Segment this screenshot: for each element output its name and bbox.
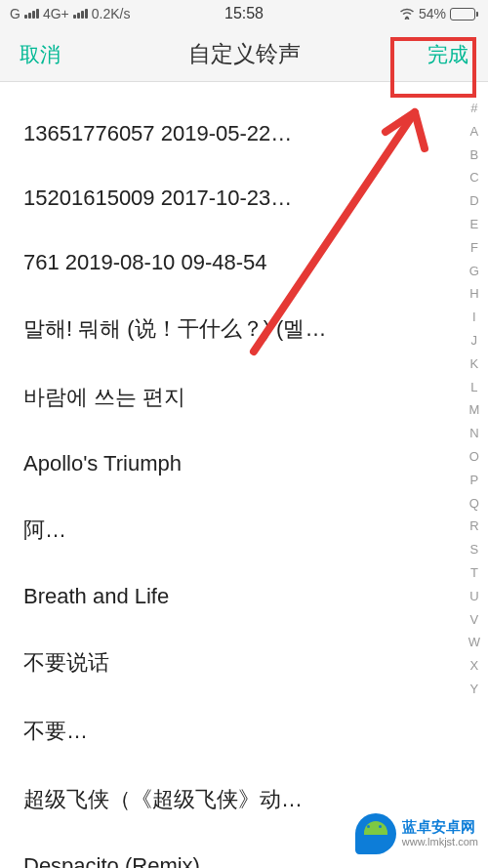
watermark-title: 蓝卓安卓网	[402, 818, 478, 836]
index-letter[interactable]: U	[466, 586, 482, 608]
index-letter[interactable]: P	[467, 470, 483, 492]
index-letter[interactable]: Q	[466, 493, 483, 516]
index-letter[interactable]: B	[467, 145, 483, 167]
watermark-url: www.lmkjst.com	[402, 836, 478, 848]
index-letter[interactable]: I	[468, 307, 480, 329]
status-bar: G 4G+ 0.2K/s 15:58 54%	[0, 0, 488, 27]
watermark: 蓝卓安卓网 www.lmkjst.com	[355, 813, 478, 854]
cancel-button[interactable]: 取消	[20, 41, 61, 68]
list-item[interactable]: 13651776057 2019-05-22…	[0, 102, 429, 166]
index-letter[interactable]: A	[467, 121, 483, 144]
index-letter[interactable]: D	[466, 190, 482, 213]
index-letter[interactable]: K	[467, 353, 483, 376]
battery-percent: 54%	[419, 6, 446, 21]
index-letter[interactable]: G	[466, 261, 483, 283]
index-letter[interactable]: #	[467, 98, 481, 120]
index-letter[interactable]: N	[466, 423, 482, 445]
list-item[interactable]: 15201615009 2017-10-23…	[0, 166, 429, 230]
index-letter[interactable]: T	[467, 562, 482, 585]
index-letter[interactable]: V	[467, 609, 483, 632]
alphabet-index[interactable]: # A B C D E F G H I J K L M N O P Q R S …	[465, 98, 484, 701]
battery-icon	[450, 8, 478, 21]
carrier-label: G	[10, 6, 20, 21]
list-item[interactable]: Breath and Life	[0, 564, 429, 629]
index-letter[interactable]: E	[467, 214, 483, 236]
index-letter[interactable]: X	[467, 655, 483, 678]
index-letter[interactable]: C	[466, 167, 482, 189]
index-letter[interactable]: L	[467, 377, 481, 399]
nav-bar: 取消 自定义铃声 完成	[0, 27, 488, 82]
page-title: 自定义铃声	[188, 39, 301, 69]
index-letter[interactable]: F	[467, 237, 482, 260]
svg-point-0	[405, 17, 408, 20]
index-letter[interactable]: M	[465, 399, 483, 422]
wifi-icon	[399, 8, 415, 20]
status-right: 54%	[399, 6, 478, 21]
list-item[interactable]: 바람에 쓰는 편지	[0, 363, 429, 432]
index-letter[interactable]: O	[466, 446, 483, 469]
network-type: 4G+	[43, 6, 69, 21]
index-letter[interactable]: S	[467, 539, 483, 561]
index-letter[interactable]: W	[465, 632, 484, 654]
watermark-text: 蓝卓安卓网 www.lmkjst.com	[402, 818, 478, 848]
signal-bars-icon	[24, 9, 39, 19]
watermark-logo-icon	[355, 813, 396, 854]
list-item[interactable]: 말해! 뭐해 (说！干什么？) (멜…	[0, 295, 429, 363]
song-list[interactable]: 13651776057 2019-05-22… 15201615009 2017…	[0, 82, 488, 868]
status-left: G 4G+ 0.2K/s	[10, 6, 130, 21]
signal-bars-icon-2	[73, 9, 88, 19]
index-letter[interactable]: H	[466, 283, 482, 306]
list-item[interactable]: 阿…	[0, 496, 429, 564]
list-item[interactable]: 不要说话	[0, 629, 429, 697]
done-button[interactable]: 完成	[427, 41, 468, 68]
index-letter[interactable]: R	[466, 516, 482, 538]
list-item[interactable]: 761 2019-08-10 09-48-54	[0, 230, 429, 295]
status-time: 15:58	[224, 5, 264, 22]
list-item[interactable]: 不要…	[0, 697, 429, 765]
list-item[interactable]: Apollo's Triumph	[0, 432, 429, 496]
index-letter[interactable]: Y	[467, 679, 483, 701]
index-letter[interactable]: J	[468, 330, 482, 352]
data-speed: 0.2K/s	[92, 6, 131, 21]
